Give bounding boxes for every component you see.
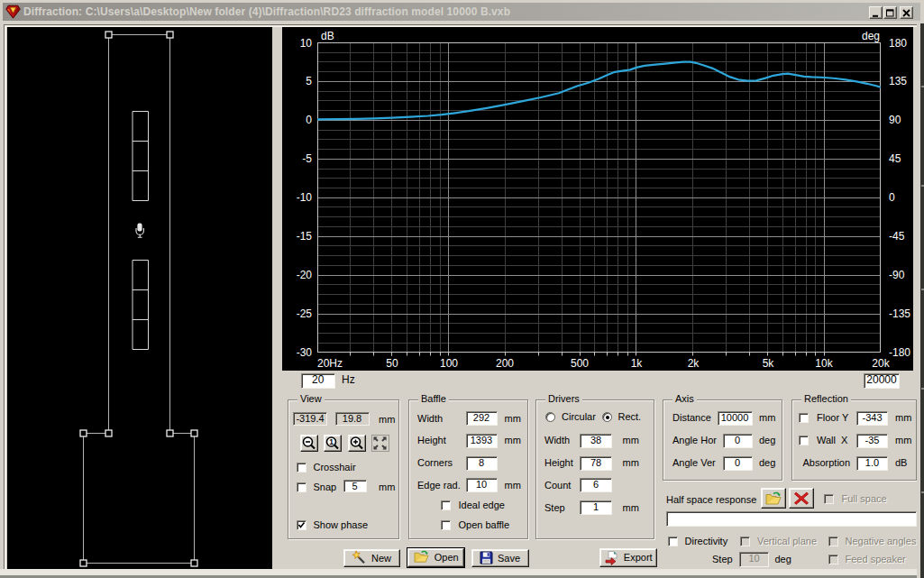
svg-text:-20: -20 (297, 269, 313, 281)
svg-text:0: 0 (306, 114, 312, 126)
svg-text:-45: -45 (889, 230, 905, 243)
svg-text:2k: 2k (688, 357, 700, 370)
svg-text:dB: dB (321, 30, 334, 42)
svg-text:-25: -25 (297, 307, 313, 320)
svg-text:135: 135 (889, 75, 907, 87)
svg-text:10k: 10k (815, 357, 833, 370)
svg-text:-10: -10 (297, 191, 313, 204)
svg-text:50: 50 (386, 357, 398, 370)
svg-text:-180: -180 (889, 346, 910, 359)
svg-text:-90: -90 (889, 269, 905, 281)
svg-text:45: 45 (889, 152, 901, 165)
svg-text:500: 500 (571, 357, 589, 370)
svg-text:0: 0 (889, 191, 895, 204)
svg-text:200: 200 (496, 357, 514, 370)
svg-text:90: 90 (889, 114, 901, 126)
svg-text:1: 1 (329, 437, 334, 446)
svg-text:180: 180 (889, 37, 907, 50)
svg-text:1k: 1k (631, 357, 644, 370)
svg-text:-30: -30 (297, 346, 313, 359)
svg-text:deg: deg (862, 30, 880, 42)
svg-text:100: 100 (440, 357, 458, 370)
svg-text:10: 10 (300, 37, 313, 50)
svg-text:20k: 20k (872, 357, 890, 370)
svg-text:5: 5 (306, 75, 312, 87)
svg-text:-135: -135 (889, 307, 910, 320)
svg-text:20Hz: 20Hz (317, 357, 343, 370)
svg-text:-5: -5 (302, 152, 312, 165)
svg-text:-15: -15 (297, 230, 313, 243)
svg-text:5k: 5k (763, 357, 775, 370)
